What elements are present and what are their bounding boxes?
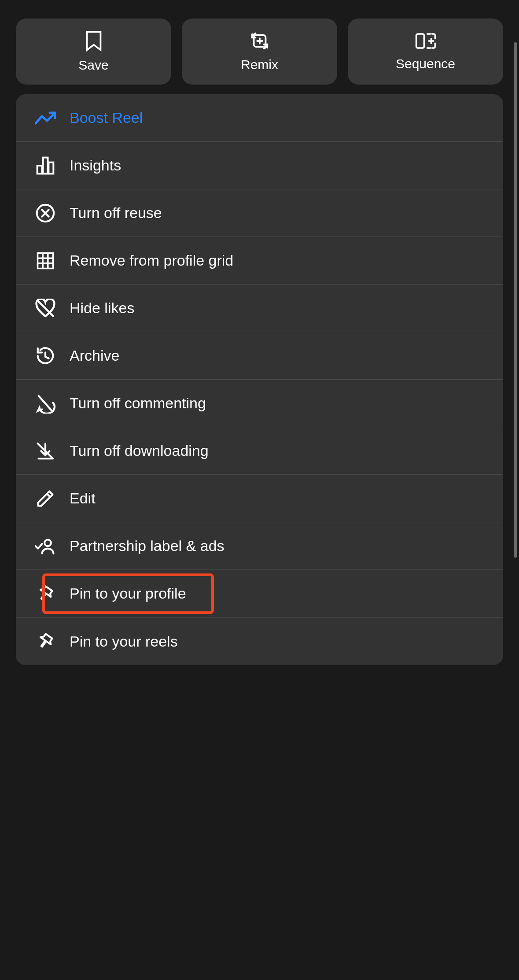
insights-label: Insights <box>70 157 121 174</box>
archive-label: Archive <box>70 347 119 364</box>
save-label: Save <box>78 58 108 73</box>
save-action[interactable]: Save <box>16 18 171 85</box>
menu-item-turn-off-downloading[interactable]: Turn off downloading <box>16 427 503 475</box>
menu-item-pin-profile[interactable]: Pin to your profile <box>16 570 503 618</box>
svg-rect-8 <box>48 162 53 174</box>
svg-rect-3 <box>416 34 424 48</box>
remix-label: Remix <box>241 57 278 72</box>
menu-item-pin-reels[interactable]: Pin to your reels <box>16 618 503 665</box>
turn-off-commenting-label: Turn off commenting <box>70 395 206 412</box>
pin-reels-label: Pin to your reels <box>70 633 178 650</box>
menu-item-turn-off-reuse[interactable]: Turn off reuse <box>16 189 503 237</box>
boost-label: Boost Reel <box>70 109 143 126</box>
menu-item-hide-likes[interactable]: Hide likes <box>16 285 503 332</box>
pin-profile-label: Pin to your profile <box>70 585 186 602</box>
svg-line-22 <box>47 494 50 497</box>
options-menu: Boost Reel Insights Turn off reuse <box>16 94 503 665</box>
heart-off-icon <box>34 299 56 318</box>
pin-icon <box>34 584 56 603</box>
hide-likes-label: Hide likes <box>70 300 134 317</box>
turn-off-reuse-label: Turn off reuse <box>70 204 162 222</box>
edit-label: Edit <box>70 490 96 507</box>
user-check-icon <box>34 537 56 555</box>
menu-item-insights[interactable]: Insights <box>16 142 503 189</box>
menu-item-partnership[interactable]: Partnership label & ads <box>16 522 503 570</box>
svg-rect-7 <box>43 157 48 174</box>
menu-item-turn-off-commenting[interactable]: Turn off commenting <box>16 380 503 427</box>
trend-up-icon <box>34 111 56 125</box>
menu-item-boost[interactable]: Boost Reel <box>16 94 503 142</box>
remove-grid-label: Remove from profile grid <box>70 252 233 269</box>
turn-off-downloading-label: Turn off downloading <box>70 442 209 459</box>
partnership-label: Partnership label & ads <box>70 537 225 555</box>
grid-icon <box>34 251 56 270</box>
pencil-icon <box>34 489 56 508</box>
menu-item-archive[interactable]: Archive <box>16 332 503 380</box>
menu-item-remove-grid[interactable]: Remove from profile grid <box>16 237 503 285</box>
pin-icon <box>34 632 56 651</box>
bar-chart-icon <box>34 156 56 175</box>
svg-point-23 <box>44 540 51 546</box>
circle-x-icon <box>34 203 56 223</box>
comment-off-icon <box>34 393 56 414</box>
download-off-icon <box>34 441 56 461</box>
menu-item-edit[interactable]: Edit <box>16 475 503 522</box>
remix-icon <box>250 31 270 51</box>
scrollbar[interactable] <box>514 42 517 558</box>
remix-action[interactable]: Remix <box>182 18 337 85</box>
sequence-action[interactable]: Sequence <box>348 18 503 85</box>
sequence-label: Sequence <box>396 56 455 71</box>
svg-rect-12 <box>38 253 53 268</box>
svg-rect-6 <box>37 166 42 174</box>
sequence-icon <box>415 32 437 50</box>
history-icon <box>34 346 56 366</box>
bookmark-icon <box>85 30 103 52</box>
